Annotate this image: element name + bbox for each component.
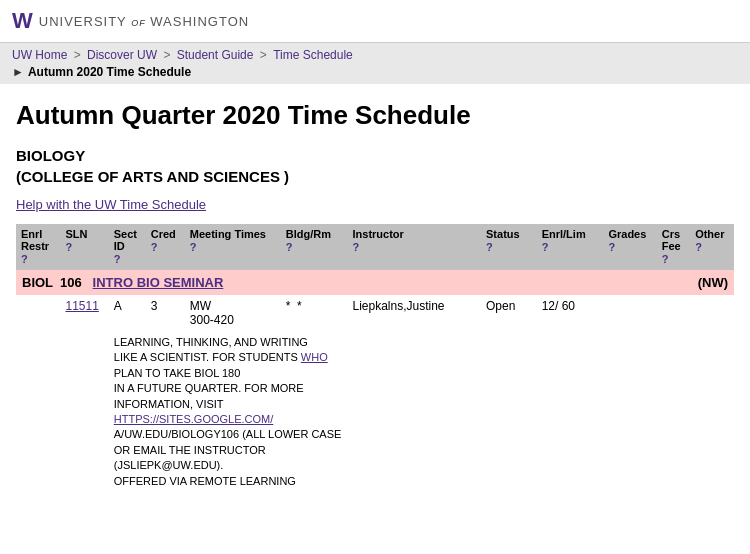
help-link[interactable]: Help with the UW Time Schedule bbox=[16, 197, 206, 212]
breadcrumb-link-discover[interactable]: Discover UW bbox=[87, 48, 157, 62]
breadcrumb: UW Home > Discover UW > Student Guide > … bbox=[12, 48, 738, 62]
schedule-table: Enrl Restr ? SLN ? Sect ID ? Cred ? bbox=[16, 224, 734, 493]
enrl-lim-cell: 12/ 60 bbox=[537, 295, 604, 331]
sln-link[interactable]: 11511 bbox=[66, 299, 99, 313]
breadcrumb-current: ► Autumn 2020 Time Schedule bbox=[12, 65, 738, 79]
main-content: Autumn Quarter 2020 Time Schedule BIOLOG… bbox=[0, 84, 750, 505]
sln-cell: 11511 bbox=[61, 295, 109, 331]
department-name: BIOLOGY bbox=[16, 147, 734, 164]
other-cell bbox=[690, 295, 734, 331]
breadcrumb-link-guide[interactable]: Student Guide bbox=[177, 48, 254, 62]
uw-logo: W UNIVERSITY of WASHINGTON bbox=[12, 8, 249, 34]
notes-cell: LEARNING, THINKING, AND WRITING LIKE A S… bbox=[109, 331, 734, 493]
crs-fee-cell bbox=[657, 295, 690, 331]
meeting-times-cell: MW 300-420 bbox=[185, 295, 281, 331]
page-title: Autumn Quarter 2020 Time Schedule bbox=[16, 100, 734, 131]
sect-id-cell: A bbox=[109, 295, 146, 331]
col-enrl-restr: Enrl Restr ? bbox=[16, 224, 61, 270]
col-grades-help[interactable]: ? bbox=[608, 241, 615, 253]
col-enrl-lim: Enrl/Lim ? bbox=[537, 224, 604, 270]
notes-row: LEARNING, THINKING, AND WRITING LIKE A S… bbox=[16, 331, 734, 493]
help-link-container: Help with the UW Time Schedule bbox=[16, 197, 734, 212]
notes-url[interactable]: HTTPS://SITES.GOOGLE.COM/ bbox=[114, 413, 274, 425]
col-instructor: Instructor ? bbox=[347, 224, 481, 270]
breadcrumb-separator: > bbox=[74, 48, 84, 62]
col-meeting-times: Meeting Times ? bbox=[185, 224, 281, 270]
col-cred: Cred ? bbox=[146, 224, 185, 270]
col-enrl-lim-help[interactable]: ? bbox=[542, 241, 549, 253]
col-sln: SLN ? bbox=[61, 224, 109, 270]
col-meeting-help[interactable]: ? bbox=[190, 241, 197, 253]
section-notes: LEARNING, THINKING, AND WRITING LIKE A S… bbox=[114, 335, 729, 489]
col-status: Status ? bbox=[481, 224, 537, 270]
university-name: UNIVERSITY of WASHINGTON bbox=[39, 14, 249, 29]
col-status-help[interactable]: ? bbox=[486, 241, 493, 253]
col-sect-id-help[interactable]: ? bbox=[114, 253, 121, 265]
department-college: (COLLEGE OF ARTS AND SCIENCES ) bbox=[16, 168, 734, 185]
grades-cell bbox=[603, 295, 656, 331]
col-crs-fee-help[interactable]: ? bbox=[662, 253, 669, 265]
col-bldg-help[interactable]: ? bbox=[286, 241, 293, 253]
breadcrumb-arrow: ► bbox=[12, 65, 24, 79]
course-dept: BIOL bbox=[22, 275, 53, 290]
breadcrumb-separator-2: > bbox=[163, 48, 173, 62]
meeting-times: 300-420 bbox=[190, 313, 276, 327]
course-title-link[interactable]: INTRO BIO SEMINAR bbox=[93, 275, 224, 290]
col-other-help[interactable]: ? bbox=[695, 241, 702, 253]
credits-cell: 3 bbox=[146, 295, 185, 331]
bldg2: * bbox=[297, 299, 302, 313]
breadcrumb-link-schedule[interactable]: Time Schedule bbox=[273, 48, 353, 62]
col-crs-fee: Crs Fee ? bbox=[657, 224, 690, 270]
status-cell: Open bbox=[481, 295, 537, 331]
col-other: Other ? bbox=[690, 224, 734, 270]
course-number: 106 bbox=[60, 275, 82, 290]
col-cred-help[interactable]: ? bbox=[151, 241, 158, 253]
meeting-days: MW bbox=[190, 299, 276, 313]
course-header-row: BIOL 106 INTRO BIO SEMINAR (NW) bbox=[16, 270, 734, 295]
table-row: 11511 A 3 MW 300-420 * * Liepkalns,Justi… bbox=[16, 295, 734, 331]
col-grades: Grades ? bbox=[603, 224, 656, 270]
breadcrumb-separator-3: > bbox=[260, 48, 270, 62]
col-bldg-rm: Bldg/Rm ? bbox=[281, 224, 348, 270]
col-enrl-restr-help[interactable]: ? bbox=[21, 253, 28, 265]
table-header-row: Enrl Restr ? SLN ? Sect ID ? Cred ? bbox=[16, 224, 734, 270]
instructor-cell: Liepkalns,Justine bbox=[347, 295, 481, 331]
course-header-cell: BIOL 106 INTRO BIO SEMINAR (NW) bbox=[16, 270, 734, 295]
uw-w-icon: W bbox=[12, 8, 33, 34]
bldg1: * bbox=[286, 299, 291, 313]
notes-spacer bbox=[16, 331, 109, 493]
col-instructor-help[interactable]: ? bbox=[352, 241, 359, 253]
enrl-restr-cell bbox=[16, 295, 61, 331]
course-badge: (NW) bbox=[698, 275, 728, 290]
col-sln-help[interactable]: ? bbox=[66, 241, 73, 253]
breadcrumb-link-home[interactable]: UW Home bbox=[12, 48, 67, 62]
breadcrumb-bar: UW Home > Discover UW > Student Guide > … bbox=[0, 43, 750, 84]
col-sect-id: Sect ID ? bbox=[109, 224, 146, 270]
bldg-rm-cell: * * bbox=[281, 295, 348, 331]
breadcrumb-current-label: Autumn 2020 Time Schedule bbox=[28, 65, 191, 79]
site-header: W UNIVERSITY of WASHINGTON bbox=[0, 0, 750, 43]
